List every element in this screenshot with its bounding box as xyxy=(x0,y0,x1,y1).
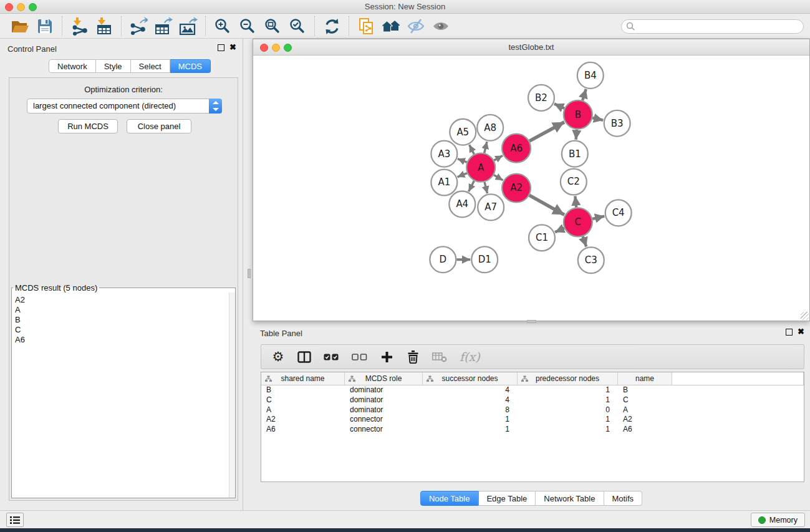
float-table-panel-icon[interactable] xyxy=(786,329,793,336)
edge-B-B4[interactable] xyxy=(582,89,586,100)
export-network-icon[interactable] xyxy=(126,16,151,37)
tab-style[interactable]: Style xyxy=(96,59,131,73)
node-A2[interactable]: A2 xyxy=(502,174,531,203)
node-A6[interactable]: A6 xyxy=(502,134,531,163)
edge-A-A3[interactable] xyxy=(458,159,467,163)
edge-C-C4[interactable] xyxy=(592,216,604,219)
close-table-panel-icon[interactable]: ✖ xyxy=(798,327,804,336)
node-D[interactable]: D xyxy=(430,246,456,273)
mcds-list-scrollbar[interactable] xyxy=(229,293,235,498)
table-row[interactable]: Bdominator41B xyxy=(261,385,804,395)
delete-table-icon[interactable] xyxy=(432,349,447,365)
zoom-fit-icon[interactable] xyxy=(260,16,285,37)
edge-A-A8[interactable] xyxy=(485,142,487,153)
tab-edge-table[interactable]: Edge Table xyxy=(478,491,536,506)
node-B1[interactable]: B1 xyxy=(562,141,588,167)
cell-mcds-role[interactable]: dominator xyxy=(345,385,423,395)
minimize-window-button[interactable] xyxy=(17,3,25,11)
mcds-result-item[interactable]: A xyxy=(15,305,229,315)
edge-B-B1[interactable] xyxy=(576,130,577,140)
table-row[interactable]: A6connector11A6 xyxy=(261,425,804,435)
node-A8[interactable]: A8 xyxy=(477,115,503,141)
zoom-out-icon[interactable] xyxy=(235,16,260,37)
delete-column-icon[interactable] xyxy=(406,349,420,365)
edge-B-B3[interactable] xyxy=(592,118,603,120)
tab-select[interactable]: Select xyxy=(131,59,170,73)
node-C[interactable]: C xyxy=(564,208,592,236)
open-file-icon[interactable] xyxy=(7,16,32,37)
memory-button[interactable]: Memory xyxy=(751,513,805,527)
close-window-button[interactable] xyxy=(5,3,13,11)
node-C4[interactable]: C4 xyxy=(605,200,632,226)
export-table-icon[interactable] xyxy=(151,16,176,37)
refresh-icon[interactable] xyxy=(319,16,344,37)
maximize-window-button[interactable] xyxy=(29,3,37,11)
cell-predecessor-nodes[interactable]: 1 xyxy=(518,415,618,425)
node-A7[interactable]: A7 xyxy=(478,194,504,220)
cell-successor-nodes[interactable]: 4 xyxy=(423,385,518,395)
cell-mcds-role[interactable]: connector xyxy=(345,425,423,435)
cell-mcds-role[interactable]: dominator xyxy=(345,405,423,415)
column-header-mcds-role[interactable]: MCDS role xyxy=(345,372,423,385)
tab-motifs[interactable]: Motifs xyxy=(604,491,642,506)
export-image-icon[interactable] xyxy=(176,16,201,37)
function-builder-icon[interactable]: f(x) xyxy=(460,349,480,365)
zoom-selected-icon[interactable] xyxy=(285,16,310,37)
cell-mcds-role[interactable]: dominator xyxy=(345,395,423,405)
edge-A2-C[interactable] xyxy=(529,195,564,215)
node-B3[interactable]: B3 xyxy=(604,110,630,137)
edge-A-A2[interactable] xyxy=(494,175,503,180)
column-header-shared-name[interactable]: shared name xyxy=(261,372,345,385)
edge-A-A4[interactable] xyxy=(469,181,475,191)
sort-column-icon[interactable] xyxy=(521,375,528,382)
show-panels-list-button[interactable] xyxy=(6,513,24,527)
node-C2[interactable]: C2 xyxy=(561,169,587,195)
sort-column-icon[interactable] xyxy=(427,375,433,382)
table-settings-icon[interactable]: ⚙ xyxy=(271,349,285,365)
cell-successor-nodes[interactable]: 8 xyxy=(423,405,518,415)
table-row[interactable]: A2connector11A2 xyxy=(261,415,804,425)
search-input[interactable] xyxy=(621,19,804,34)
split-pane-handle-vertical[interactable] xyxy=(248,269,251,278)
cell-successor-nodes[interactable]: 4 xyxy=(423,395,518,405)
cell-name[interactable]: A xyxy=(618,405,672,415)
cell-shared-name[interactable]: A6 xyxy=(261,425,345,435)
cell-name[interactable]: A6 xyxy=(618,425,672,435)
node-D1[interactable]: D1 xyxy=(471,246,498,273)
node-A[interactable]: A xyxy=(466,153,495,182)
node-table[interactable]: shared nameMCDS rolesuccessor nodesprede… xyxy=(261,372,804,482)
tab-node-table[interactable]: Node Table xyxy=(420,491,479,506)
minimize-network-window-button[interactable] xyxy=(272,44,280,52)
column-header-name[interactable]: name xyxy=(618,372,672,385)
cell-successor-nodes[interactable]: 1 xyxy=(423,425,518,435)
cell-predecessor-nodes[interactable]: 1 xyxy=(518,385,618,395)
cell-predecessor-nodes[interactable]: 0 xyxy=(518,405,618,415)
table-row[interactable]: Cdominator41C xyxy=(261,395,804,405)
table-row[interactable]: Adominator80A xyxy=(261,405,804,415)
maximize-network-window-button[interactable] xyxy=(284,44,292,52)
cell-shared-name[interactable]: C xyxy=(261,395,345,405)
edge-C-C1[interactable] xyxy=(555,228,564,232)
node-A3[interactable]: A3 xyxy=(431,141,457,167)
cell-successor-nodes[interactable]: 1 xyxy=(423,415,518,425)
float-panel-icon[interactable] xyxy=(218,44,224,51)
sort-column-icon[interactable] xyxy=(265,375,272,382)
select-all-icon[interactable] xyxy=(324,349,339,365)
cell-predecessor-nodes[interactable]: 1 xyxy=(518,395,618,405)
edge-B-B2[interactable] xyxy=(554,104,564,108)
close-panel-button[interactable]: Close panel xyxy=(127,119,191,133)
cell-mcds-role[interactable]: connector xyxy=(345,415,423,425)
cell-name[interactable]: C xyxy=(618,395,672,405)
node-C1[interactable]: C1 xyxy=(529,225,555,251)
node-B2[interactable]: B2 xyxy=(528,85,554,111)
edge-C-C2[interactable] xyxy=(575,196,576,207)
close-network-window-button[interactable] xyxy=(260,44,268,52)
mcds-result-item[interactable]: A2 xyxy=(15,295,229,305)
clone-network-icon[interactable] xyxy=(354,16,378,37)
node-C3[interactable]: C3 xyxy=(578,247,604,273)
deselect-all-icon[interactable] xyxy=(352,349,367,365)
column-header-predecessor-nodes[interactable]: predecessor nodes xyxy=(518,372,618,385)
edge-C-C3[interactable] xyxy=(583,236,587,247)
window-resize-grip[interactable] xyxy=(801,312,809,320)
column-view-icon[interactable] xyxy=(297,349,311,365)
